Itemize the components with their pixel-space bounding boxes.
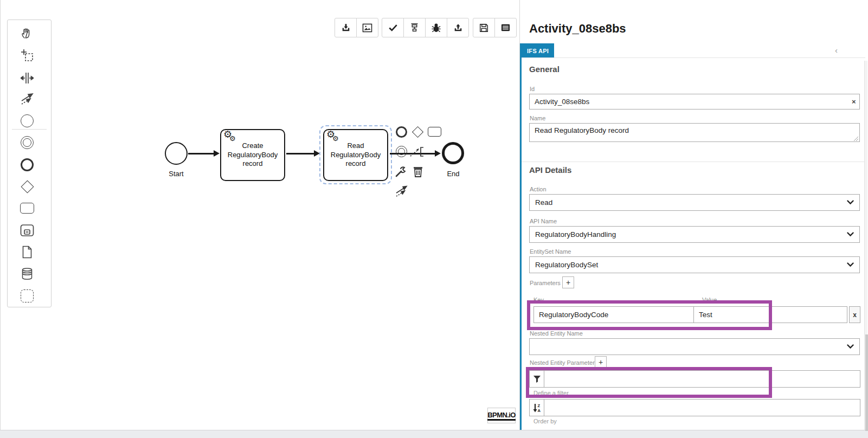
list-icon: [500, 23, 511, 32]
append-text-annotation-icon[interactable]: [409, 145, 428, 160]
sequence-flow-3-arrowhead: [435, 150, 441, 157]
textarea-resize-handle[interactable]: [853, 136, 859, 141]
panel-title: Activity_08se8bs: [529, 22, 626, 36]
id-input[interactable]: [529, 94, 860, 110]
bpmn-palette: [7, 20, 52, 307]
task-read-regulatorybody[interactable]: ⚙ ⚙ Read RegulatoryBody record: [323, 129, 388, 181]
parameter-key-input[interactable]: [533, 306, 694, 323]
bpmn-io-logo[interactable]: BPMN.iO: [487, 408, 516, 423]
entityset-name-select[interactable]: RegulatoryBodySet: [529, 256, 860, 273]
filter-icon: [530, 371, 544, 387]
create-task-icon[interactable]: [20, 201, 35, 216]
collapse-panel-chevron-icon[interactable]: ‹: [835, 46, 838, 55]
download-diagram-button[interactable]: [335, 18, 357, 37]
create-subprocess-icon[interactable]: [20, 223, 35, 238]
nested-entity-name-label: Nested Entity Name: [530, 330, 583, 337]
palette-separator: [12, 129, 47, 130]
wrench-icon[interactable]: [395, 166, 407, 180]
sequence-flow-1-arrowhead: [214, 150, 220, 157]
start-event-shape[interactable]: [165, 142, 188, 165]
remove-parameter-button[interactable]: x: [849, 306, 860, 323]
deploy-button[interactable]: [447, 18, 469, 37]
global-connect-tool-icon[interactable]: [20, 92, 35, 107]
space-tool-icon[interactable]: [20, 70, 35, 86]
bpmn-io-logo-text: BPMN.iO: [487, 411, 515, 421]
create-end-event-icon[interactable]: [20, 157, 35, 172]
sequence-flow-2[interactable]: [286, 153, 315, 154]
general-section-heading: General: [529, 65, 560, 74]
create-data-object-icon[interactable]: [20, 244, 35, 260]
chevron-down-icon: [847, 344, 854, 349]
entityset-name-label: EntitySet Name: [530, 248, 571, 255]
order-by-caption: Order by: [533, 418, 557, 424]
value-column-header: Value: [702, 297, 717, 303]
chevron-down-icon: [847, 262, 854, 267]
end-event-label: End: [440, 170, 467, 178]
id-label: Id: [530, 86, 535, 92]
append-intermediate-event-icon[interactable]: [396, 146, 407, 157]
tab-separator: [522, 57, 865, 58]
entityset-name-select-value: RegulatoryBodySet: [535, 261, 598, 269]
order-by-row: Z A: [529, 399, 860, 416]
create-intermediate-event-icon[interactable]: [20, 135, 35, 150]
save-icon: [479, 23, 488, 33]
process-hierarchy-button[interactable]: [403, 18, 426, 37]
api-details-section-heading: API Details: [529, 165, 571, 175]
append-end-event-icon[interactable]: [396, 126, 407, 138]
properties-list-button[interactable]: [494, 18, 517, 37]
hand-tool-icon[interactable]: [20, 25, 35, 41]
append-gateway-icon[interactable]: [414, 128, 422, 136]
parameters-label: Parameters: [530, 280, 561, 286]
panel-scrollbar[interactable]: [864, 61, 867, 430]
create-group-icon[interactable]: [20, 288, 35, 304]
name-label: Name: [530, 115, 545, 121]
sort-descending-icon: Z A: [530, 400, 544, 416]
trash-icon[interactable]: [413, 165, 423, 180]
filter-input[interactable]: [544, 371, 860, 387]
service-task-gear-icon-small: ⚙: [229, 135, 236, 142]
validate-button[interactable]: [382, 18, 404, 37]
tab-ifs-api[interactable]: IFS API: [522, 43, 554, 58]
create-data-store-icon[interactable]: [20, 266, 35, 281]
download-icon: [341, 23, 351, 33]
parameter-value-input[interactable]: [693, 306, 847, 323]
svg-text:A: A: [538, 408, 541, 413]
api-name-select-value: RegulatoryBodyHandling: [535, 230, 616, 239]
api-name-select[interactable]: RegulatoryBodyHandling: [529, 226, 860, 243]
panel-accent-edge: [520, 43, 522, 430]
action-select-value: Read: [535, 198, 552, 207]
upload-icon: [453, 23, 463, 33]
action-select[interactable]: Read: [529, 194, 860, 211]
toolbar-group-file: [335, 18, 378, 37]
window-left-border: [0, 0, 1, 430]
append-task-icon[interactable]: [428, 127, 441, 137]
task-label: Create RegulatoryBody record: [224, 141, 281, 169]
create-start-event-icon[interactable]: [20, 113, 35, 128]
name-textarea[interactable]: Read RegulatoryBody record: [529, 123, 860, 142]
task-create-regulatorybody[interactable]: ⚙ ⚙ Create RegulatoryBody record: [220, 129, 285, 181]
panel-scrollbar-thumb[interactable]: [865, 334, 868, 431]
connect-icon[interactable]: [395, 185, 408, 200]
section-separator: [522, 162, 865, 162]
image-icon: [362, 23, 372, 33]
hierarchy-icon: [410, 23, 419, 33]
export-image-button[interactable]: [356, 18, 378, 37]
filter-row: [529, 370, 860, 388]
clear-id-button[interactable]: ×: [852, 98, 856, 106]
bpmn-modeler-app: Start ⚙ ⚙ Create RegulatoryBody record ⚙…: [0, 0, 868, 438]
add-parameter-button[interactable]: +: [562, 276, 574, 288]
window-bottom-strip: [0, 430, 868, 438]
service-task-gear-icon-small: ⚙: [332, 135, 339, 142]
save-button[interactable]: [473, 18, 495, 37]
add-nested-entity-param-button[interactable]: +: [595, 356, 607, 368]
order-by-input[interactable]: [544, 400, 860, 416]
nested-entity-name-select[interactable]: [529, 338, 860, 355]
sequence-flow-1[interactable]: [188, 153, 214, 154]
debug-button[interactable]: [425, 18, 447, 37]
toolbar-group-actions: [382, 18, 469, 37]
lasso-tool-icon[interactable]: [20, 48, 35, 63]
bug-icon: [431, 23, 441, 33]
check-icon: [388, 23, 398, 32]
create-gateway-icon[interactable]: [20, 179, 35, 194]
end-event-shape[interactable]: [442, 142, 464, 164]
